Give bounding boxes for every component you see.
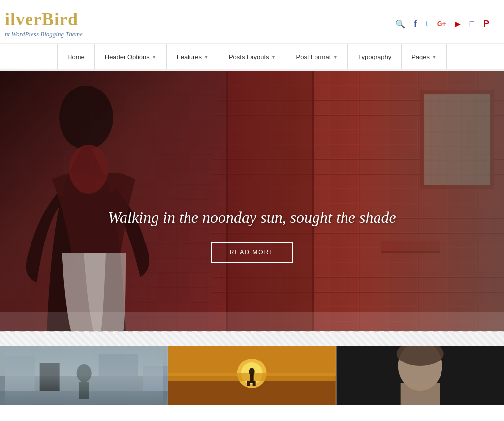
logo-title: ilverBird [5,9,83,30]
nav-item-typography[interactable]: Typography [348,44,402,69]
pattern-divider [0,331,504,346]
social-icons-bar: 🔍 f t G+ ▶ □ P [395,19,489,29]
svg-rect-20 [0,391,168,405]
chevron-down-icon: ▼ [204,54,209,60]
svg-rect-14 [0,346,168,405]
svg-rect-16 [5,356,35,395]
svg-point-28 [249,368,255,376]
nav-label-typography: Typography [358,53,391,60]
svg-point-21 [77,364,92,382]
hero-content: Walking in the noonday sun, sought the s… [50,208,453,263]
logo-subtitle: nt WordPress Blogging Theme [5,30,83,38]
svg-rect-22 [79,382,89,399]
card-thumbnail-3[interactable] [336,346,504,405]
svg-point-1 [69,145,108,194]
chevron-down-icon: ▼ [152,54,157,60]
card-thumbnail-1[interactable] [0,346,168,405]
nav-label-home: Home [67,53,85,60]
instagram-icon[interactable]: □ [470,19,474,29]
nav-label-header-options: Header Options [105,53,150,60]
hero-section: Walking in the noonday sun, sought the s… [0,71,504,331]
svg-rect-17 [40,363,60,395]
youtube-icon[interactable]: ▶ [455,20,461,28]
nav-item-home[interactable]: Home [57,44,95,69]
nav-item-pages[interactable]: Pages ▼ [402,44,447,69]
twitter-icon[interactable]: t [426,19,428,29]
nav-label-post-format: Post Format [296,53,331,60]
nav-item-features[interactable]: Features ▼ [167,44,219,69]
logo-area: ilverBird nt WordPress Blogging Theme [5,9,83,38]
read-more-button[interactable]: READ MORE [211,242,293,263]
nav-inner: Home Header Options ▼ Features ▼ Posts L… [0,44,504,69]
search-icon[interactable]: 🔍 [395,19,405,29]
nav-item-posts-layouts[interactable]: Posts Layouts ▼ [219,44,286,69]
nav-item-header-options[interactable]: Header Options ▼ [95,44,167,69]
card-thumbnail-2[interactable] [168,346,336,405]
chevron-down-icon: ▼ [333,54,338,60]
googleplus-icon[interactable]: G+ [437,20,446,28]
cards-row [0,346,504,405]
svg-rect-18 [99,354,138,395]
svg-rect-37 [336,346,504,405]
nav-label-features: Features [177,53,202,60]
svg-point-0 [59,86,113,150]
svg-rect-31 [253,381,256,386]
nav-label-pages: Pages [411,53,430,60]
svg-rect-30 [247,381,250,386]
site-header: ilverBird nt WordPress Blogging Theme 🔍 … [0,0,504,44]
hero-watermark [0,312,504,331]
pinterest-icon[interactable]: P [483,19,489,29]
hero-title: Walking in the noonday sun, sought the s… [50,208,453,228]
chevron-down-icon: ▼ [271,54,276,60]
nav-item-post-format[interactable]: Post Format ▼ [286,44,348,69]
svg-rect-15 [0,376,168,405]
nav-label-posts-layouts: Posts Layouts [229,53,269,60]
facebook-icon[interactable]: f [414,19,417,29]
main-navigation: Home Header Options ▼ Features ▼ Posts L… [0,44,504,71]
chevron-down-icon: ▼ [432,54,437,60]
